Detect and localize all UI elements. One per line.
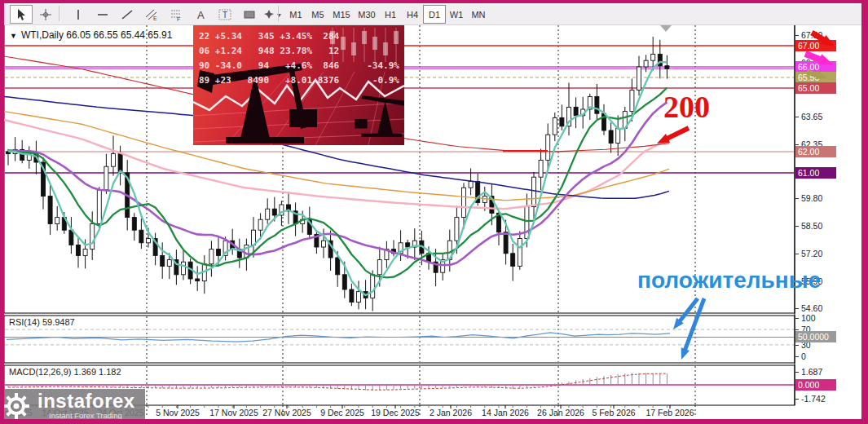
- rsi-positive-annotation-text: положительные: [637, 269, 821, 292]
- trendline-tool[interactable]: [116, 5, 139, 24]
- timeframe-M5[interactable]: M5: [306, 5, 329, 24]
- axis-tick: [795, 226, 799, 227]
- fibo-icon: F: [170, 8, 183, 21]
- date-label: 5 Nov 2025: [156, 408, 200, 417]
- date-label: 27 Nov 2025: [262, 408, 311, 417]
- price-badge-62.00: 62.00: [795, 146, 836, 157]
- vertical-line-tool[interactable]: [67, 5, 90, 24]
- crosshair-tool[interactable]: [34, 5, 57, 24]
- promo-ticker-row: -0.9%: [372, 75, 399, 86]
- window-border-right: [861, 0, 868, 424]
- timeframe-H1[interactable]: H1: [379, 5, 402, 24]
- svg-text:A: A: [197, 9, 205, 21]
- axis-tick-label: 1.687: [801, 367, 822, 377]
- window-border-top: [0, 0, 868, 3]
- price-badge-0.000: 0.000: [795, 379, 836, 391]
- axis-tick-label: 58.50: [801, 221, 822, 231]
- axis-tick-label: 63.65: [801, 112, 822, 121]
- price-badge-66.00: 66.00: [795, 61, 836, 73]
- date-label: 9 Dec 2025: [320, 408, 364, 417]
- axis-tick-label: 67.50: [801, 30, 822, 40]
- promo-ticker-row: 90 -34.0 94 +4.6% 846: [199, 60, 339, 71]
- timeframe-H4[interactable]: H4: [401, 5, 424, 24]
- timeframe-W1[interactable]: W1: [445, 5, 468, 24]
- toolbar: EFATM1M5M15M30H1H4D1W1MN: [4, 3, 861, 25]
- promo-ticker-row: 22 +5.34 345 +3.45% 284: [199, 31, 339, 42]
- axis-tick-label: 59.80: [801, 193, 822, 203]
- promo-ticker-row: 89 +23 8490 +8.01 8376: [199, 75, 339, 86]
- trend-icon: [121, 8, 134, 21]
- date-label: 17 Feb 2026: [646, 408, 694, 417]
- timeframe-M1[interactable]: M1: [284, 5, 307, 24]
- axis-tick: [795, 144, 799, 145]
- date-label: 17 Nov 2025: [209, 408, 258, 417]
- macd-indicator-label: MACD(12,26,9) 1.369 1.182: [9, 367, 121, 377]
- date-label: 5 Feb 2026: [592, 408, 635, 417]
- label-tool[interactable]: T: [214, 5, 236, 24]
- price-chart[interactable]: [0, 0, 868, 424]
- promo-ticker-row: -34.9%: [367, 60, 399, 71]
- axis-tick-label: 0: [801, 351, 806, 361]
- axis-tick: [795, 308, 799, 309]
- textA-icon: A: [194, 8, 207, 21]
- window-border-bottom: [0, 419, 868, 424]
- axis-tick: [795, 399, 799, 400]
- price-badge-65.00: 65.00: [795, 82, 836, 94]
- timeframe-M30[interactable]: M30: [354, 5, 380, 24]
- price-badge-61.00: 61.00: [795, 167, 836, 179]
- date-label: 19 Dec 2025: [371, 408, 420, 417]
- instaforex-watermark: instaforex Instant Forex Trading: [0, 389, 145, 422]
- svg-text:E: E: [153, 15, 157, 21]
- watermark-brand-name: instaforex: [37, 392, 135, 410]
- axis-tick-label: -1.742: [801, 394, 826, 404]
- ma200-annotation-text: 200: [663, 91, 710, 122]
- svg-text:T: T: [223, 11, 227, 20]
- toolbar-separator: [59, 6, 59, 21]
- shapes-tool[interactable]: [262, 5, 285, 24]
- axis-tick: [795, 356, 799, 357]
- axis-tick: [795, 35, 799, 36]
- timeframe-D1[interactable]: D1: [423, 5, 446, 24]
- timeframe-M15[interactable]: M15: [328, 5, 355, 24]
- date-label: 14 Jan 2026: [482, 408, 529, 417]
- shapes-icon: [264, 8, 284, 21]
- price-badge-50.0000: 50.0000: [795, 331, 836, 342]
- axis-tick-label: 57.20: [801, 249, 822, 258]
- chevron-down-icon: ▼: [10, 32, 17, 40]
- equidistant-channel-tool[interactable]: E: [140, 5, 163, 24]
- channel-icon: E: [145, 8, 158, 21]
- axis-tick: [795, 198, 799, 199]
- mt4-window: { "window_title": "WTI Daily chart", "fr…: [0, 0, 868, 424]
- timeframe-MN[interactable]: MN: [467, 5, 490, 24]
- gear-icon: [0, 391, 33, 421]
- text-tool[interactable]: A: [189, 5, 212, 24]
- toolbar-separator: [278, 6, 279, 21]
- symbol-ohlc-label: WTI,Daily 66.05 66.55 65.44 65.91: [21, 29, 172, 41]
- rectangle-tool[interactable]: [238, 5, 261, 24]
- hline-icon: [96, 8, 109, 21]
- axis-tick-label: 100: [801, 313, 816, 323]
- axis-tick: [795, 372, 799, 373]
- horizontal-line-tool[interactable]: [91, 5, 114, 24]
- axis-tick-label: 54.60: [801, 303, 822, 313]
- vline-icon: [72, 8, 85, 21]
- watermark-tagline: Instant Forex Trading: [49, 411, 135, 420]
- axis-tick: [795, 329, 799, 330]
- axis-tick: [795, 254, 799, 254]
- date-label: 26 Jan 2026: [537, 408, 584, 417]
- date-label: 2 Jan 2026: [430, 408, 472, 417]
- embedded-promo-image: 22 +5.34 345 +3.45% 28406 +1.24 948 23.7…: [193, 24, 404, 145]
- promo-ticker-row: 06 +1.24 948 23.78% 12: [199, 46, 339, 56]
- axis-tick: [795, 117, 799, 117]
- rsi-indicator-label: RSI(14) 59.9487: [9, 317, 75, 327]
- svg-text:F: F: [177, 16, 180, 21]
- axis-tick: [795, 318, 799, 319]
- axis-tick: [795, 345, 799, 346]
- window-border-left: [0, 0, 4, 424]
- fibonacci-tool[interactable]: F: [165, 5, 187, 24]
- chart-header: ▼WTI,Daily 66.05 66.55 65.44 65.91: [10, 29, 172, 41]
- crosshair-icon: [39, 8, 52, 21]
- price-badge-65.50: 65.50: [795, 72, 836, 83]
- cursor-tool[interactable]: [10, 5, 33, 24]
- price-badge-67.00: 67.00: [795, 40, 836, 51]
